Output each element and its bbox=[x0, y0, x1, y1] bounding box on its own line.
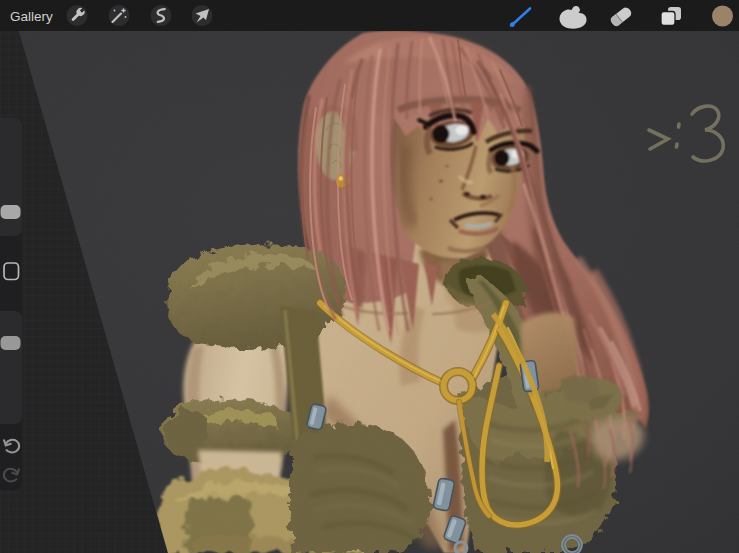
svg-text:Gallery: Gallery bbox=[10, 9, 53, 24]
